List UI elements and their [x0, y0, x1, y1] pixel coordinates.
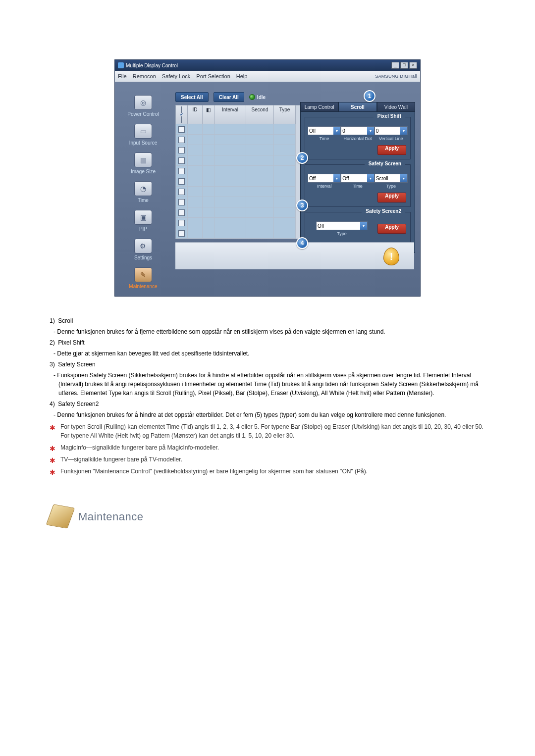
- note-1: ✱For typen Scroll (Rulling) kan elemente…: [50, 422, 485, 440]
- select-value: 0: [342, 128, 345, 134]
- menu-port-selection[interactable]: Port Selection: [196, 73, 230, 79]
- th-icon: ◧: [203, 105, 214, 124]
- table-row[interactable]: [176, 145, 302, 155]
- clear-all-button[interactable]: Clear All: [214, 92, 244, 102]
- row-checkbox[interactable]: [178, 199, 185, 205]
- maximize-button[interactable]: □: [400, 62, 408, 69]
- row-checkbox[interactable]: [178, 220, 185, 226]
- section-heading-text: Maintenance: [78, 508, 143, 525]
- safety-screen2-apply-button[interactable]: Apply: [377, 224, 406, 234]
- chevron-down-icon: ▾: [400, 174, 407, 182]
- table-row[interactable]: [176, 124, 302, 135]
- close-button[interactable]: ×: [409, 62, 417, 69]
- menu-file[interactable]: File: [118, 73, 127, 79]
- sidebar-item-settings[interactable]: ⚙ Settings: [134, 239, 152, 260]
- star-icon: ✱: [50, 444, 55, 454]
- note-4: ✱Funksjonen "Maintenance Control" (vedli…: [50, 467, 485, 476]
- idle-indicator: Idle: [249, 94, 266, 100]
- table-row[interactable]: [176, 207, 302, 218]
- item-4-title: Safety Screen2: [58, 401, 99, 407]
- pixel-shift-time-select[interactable]: Off ▾: [308, 126, 341, 135]
- table-row[interactable]: [176, 187, 302, 197]
- select-value: Off: [318, 223, 324, 229]
- sidebar-item-input-source[interactable]: ▭ Input Source: [129, 124, 158, 146]
- field-label: Time: [320, 136, 329, 141]
- item-3-body: Funksjonen Safety Screen (Sikkerhetsskje…: [57, 372, 479, 397]
- safety-screen-time-select[interactable]: Off ▾: [341, 174, 374, 183]
- safety-screen-interval-select[interactable]: Off ▾: [308, 174, 341, 183]
- select-value: Off: [342, 176, 349, 181]
- tab-video-wall[interactable]: Video Wall: [377, 102, 415, 112]
- select-value: 0: [376, 128, 379, 134]
- brand-label: SAMSUNG DIGITall: [375, 74, 417, 79]
- row-checkbox[interactable]: [178, 157, 185, 164]
- panel-tabs: Lamp Control Scroll Video Wall: [300, 102, 415, 112]
- sidebar-item-pip[interactable]: ▣ PIP: [134, 210, 152, 232]
- sidebar-label: PIP: [139, 226, 147, 232]
- menu-help[interactable]: Help: [236, 73, 248, 79]
- field-label: Horizontal Dot: [343, 136, 372, 141]
- th-id: ID: [188, 105, 203, 124]
- power-icon: ◎: [134, 95, 152, 110]
- pip-icon: ▣: [134, 210, 152, 225]
- sidebar-label: Power Control: [127, 111, 159, 117]
- sidebar-item-power-control[interactable]: ◎ Power Control: [127, 95, 159, 117]
- pixel-shift-apply-button[interactable]: Apply: [377, 145, 406, 155]
- th-type: Type: [274, 105, 296, 124]
- panel-area: Pixel Shift 2 Off ▾ Time: [300, 112, 415, 253]
- window-controls[interactable]: _ □ ×: [391, 62, 417, 69]
- status-dot-icon: [249, 94, 255, 100]
- maintenance-icon: ✎: [134, 267, 152, 282]
- idle-label: Idle: [257, 95, 266, 100]
- pixel-shift-vline-select[interactable]: 0 ▾: [374, 126, 408, 135]
- field-label: Type: [386, 184, 396, 189]
- table-row[interactable]: [176, 228, 302, 239]
- safety-screen2-type-select[interactable]: Off ▾: [316, 221, 368, 230]
- safety-screen-type-select[interactable]: Scroll ▾: [374, 174, 408, 183]
- sidebar-item-image-size[interactable]: ▦ Image Size: [131, 152, 156, 174]
- sidebar-item-maintenance[interactable]: ✎ Maintenance: [129, 267, 157, 289]
- display-table: ID ◧ Interval Second Type: [175, 105, 302, 239]
- safety-screen-title: Safety Screen: [365, 161, 405, 166]
- table-row[interactable]: [176, 197, 302, 207]
- row-checkbox[interactable]: [178, 168, 185, 174]
- pixel-shift-title: Pixel Shift: [374, 113, 405, 119]
- app-window: Multiple Display Control _ □ × File Remo…: [114, 59, 421, 297]
- field-label: Type: [337, 231, 347, 236]
- input-icon: ▭: [134, 124, 152, 139]
- star-icon: ✱: [50, 455, 55, 466]
- table-row[interactable]: [176, 166, 302, 176]
- item-2-title: Pixel Shift: [58, 339, 84, 346]
- row-checkbox[interactable]: [178, 230, 185, 237]
- table-row[interactable]: [176, 218, 302, 228]
- menu-remocon[interactable]: Remocon: [133, 73, 156, 79]
- star-icon: ✱: [50, 467, 55, 478]
- item-1-body: Denne funksjonen brukes for å fjerne ett…: [57, 328, 385, 335]
- menu-safety-lock[interactable]: Safety Lock: [162, 73, 190, 79]
- th-second: Second: [246, 105, 274, 124]
- explanation-text: 1) Scroll - Denne funksjonen brukes for …: [50, 316, 485, 527]
- menubar: File Remocon Safety Lock Port Selection …: [115, 71, 420, 82]
- select-value: Scroll: [376, 176, 388, 181]
- table-row[interactable]: [176, 176, 302, 187]
- image-size-icon: ▦: [134, 152, 152, 167]
- select-all-button[interactable]: Select All: [175, 92, 209, 102]
- row-checkbox[interactable]: [178, 189, 185, 195]
- row-checkbox[interactable]: [178, 126, 185, 133]
- tab-scroll[interactable]: Scroll: [338, 102, 376, 112]
- row-checkbox[interactable]: [178, 209, 185, 216]
- minimize-button[interactable]: _: [391, 62, 399, 69]
- callout-4: 4: [296, 237, 308, 249]
- bottom-bar: !: [175, 242, 414, 269]
- pixel-shift-hdot-select[interactable]: 0 ▾: [341, 126, 374, 135]
- table-row[interactable]: [176, 135, 302, 145]
- header-checkbox[interactable]: [178, 106, 185, 123]
- tab-lamp-control[interactable]: Lamp Control: [300, 102, 338, 112]
- row-checkbox[interactable]: [178, 178, 185, 185]
- row-checkbox[interactable]: [178, 147, 185, 153]
- chevron-down-icon: ▾: [400, 127, 407, 135]
- row-checkbox[interactable]: [178, 137, 185, 143]
- safety-screen-apply-button[interactable]: Apply: [377, 193, 406, 202]
- sidebar-item-time[interactable]: ◔ Time: [134, 181, 152, 203]
- table-row[interactable]: [176, 155, 302, 166]
